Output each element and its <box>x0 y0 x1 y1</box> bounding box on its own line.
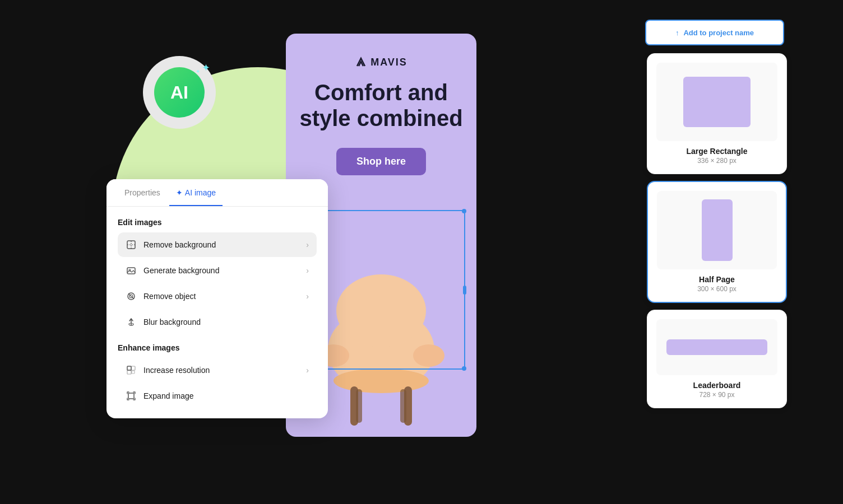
ad-cta-button[interactable]: Shop here <box>336 148 426 175</box>
panel-body: Edit images Remove background › <box>106 207 328 418</box>
format-card-leaderboard[interactable]: Leaderboard 728 × 90 px <box>647 310 787 408</box>
export-icon: ↑ <box>675 29 679 37</box>
tab-properties[interactable]: Properties <box>118 179 167 206</box>
mavis-logo-icon <box>355 56 367 68</box>
menu-item-remove-bg[interactable]: Remove background › <box>118 232 317 257</box>
edit-images-title: Edit images <box>118 218 317 227</box>
menu-item-increase-res[interactable]: Increase resolution › <box>118 358 317 382</box>
sparkle-icon: ✦ <box>202 62 210 74</box>
remove-bg-label: Remove background <box>143 240 306 249</box>
half-page-name: Half Page <box>657 275 777 284</box>
generate-bg-label: Generate background <box>143 266 306 275</box>
large-rectangle-name: Large Rectangle <box>656 147 777 156</box>
tab-ai-image[interactable]: ✦AI image <box>169 179 223 206</box>
large-rectangle-rect <box>683 77 751 127</box>
leaderboard-name: Leaderboard <box>656 381 777 390</box>
increase-res-arrow: › <box>306 366 309 375</box>
export-button[interactable]: ↑ Add to project name <box>645 20 784 45</box>
ai-tab-icon: ✦ <box>176 188 183 197</box>
format-card-large-rectangle[interactable]: Large Rectangle 336 × 280 px <box>647 53 787 174</box>
large-rectangle-preview <box>656 63 777 141</box>
ad-logo-text: MAVIS <box>370 57 407 68</box>
svg-rect-17 <box>127 370 131 374</box>
remove-obj-label: Remove object <box>143 292 306 301</box>
leaderboard-size: 728 × 90 px <box>656 391 777 399</box>
increase-res-icon <box>126 365 137 376</box>
format-card-half-page[interactable]: Half Page 300 × 600 px <box>647 181 787 303</box>
ai-badge-label: AI <box>154 67 205 118</box>
ai-badge: AI ✦ ✦ <box>143 56 216 129</box>
sparkle-small-icon: ✦ <box>196 68 200 74</box>
ad-logo: MAVIS <box>355 56 407 68</box>
svg-rect-19 <box>128 393 134 399</box>
format-cards-container: Large Rectangle 336 × 280 px Half Page 3… <box>647 53 787 415</box>
svg-point-4 <box>334 368 429 393</box>
svg-rect-18 <box>132 371 135 374</box>
svg-rect-7 <box>356 389 362 423</box>
selection-handle-tr[interactable] <box>462 209 466 213</box>
half-page-rect <box>702 199 733 261</box>
menu-item-expand-img[interactable]: Expand image <box>118 384 317 408</box>
ad-headline: Comfort and style combined <box>286 80 476 131</box>
svg-rect-9 <box>127 241 135 249</box>
blur-bg-icon <box>126 316 137 328</box>
selection-box <box>311 210 465 370</box>
remove-obj-icon <box>126 291 137 302</box>
selection-handle-rm[interactable] <box>463 286 466 295</box>
half-page-preview <box>657 191 777 269</box>
menu-item-generate-bg[interactable]: Generate background › <box>118 258 317 283</box>
svg-rect-8 <box>400 389 406 423</box>
remove-bg-arrow: › <box>306 240 309 249</box>
svg-rect-16 <box>131 366 135 370</box>
enhance-images-title: Enhance images <box>118 343 317 352</box>
export-label: Add to project name <box>683 29 754 37</box>
leaderboard-preview <box>656 319 777 375</box>
leaderboard-rect <box>666 339 767 355</box>
increase-res-label: Increase resolution <box>143 366 306 375</box>
generate-bg-arrow: › <box>306 266 309 275</box>
generate-bg-icon <box>126 265 137 276</box>
half-page-size: 300 × 600 px <box>657 285 777 293</box>
remove-bg-icon <box>126 239 137 250</box>
menu-item-remove-obj[interactable]: Remove object › <box>118 284 317 309</box>
remove-obj-arrow: › <box>306 292 309 301</box>
expand-img-label: Expand image <box>143 391 309 400</box>
properties-panel: Properties ✦AI image Edit images Remove … <box>106 179 328 418</box>
menu-item-blur-bg[interactable]: Blur background <box>118 310 317 334</box>
expand-img-icon <box>126 390 137 402</box>
panel-tabs: Properties ✦AI image <box>106 179 328 207</box>
large-rectangle-size: 336 × 280 px <box>656 157 777 165</box>
svg-rect-15 <box>127 366 131 370</box>
selection-handle-br[interactable] <box>462 366 466 371</box>
blur-bg-label: Blur background <box>143 318 309 326</box>
